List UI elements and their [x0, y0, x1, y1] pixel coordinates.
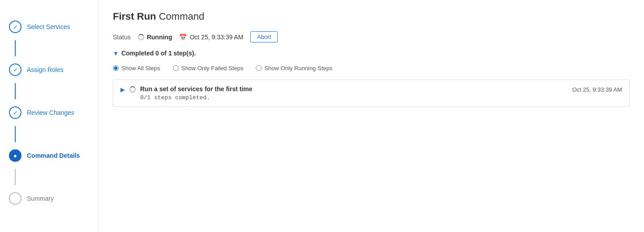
step-icon-command-details: ● — [9, 149, 21, 162]
checkmark-icon: ✓ — [13, 24, 18, 30]
filter-running-steps[interactable]: Show Only Running Steps — [256, 65, 332, 72]
step-progress: 0/1 steps completed. — [140, 94, 568, 101]
sidebar-item-label: Command Details — [27, 152, 80, 159]
filter-running-label: Show Only Running Steps — [264, 65, 332, 72]
connector-1 — [15, 40, 16, 56]
expand-step-icon[interactable]: ▶ — [120, 86, 125, 93]
sidebar-item-label: Review Changes — [27, 109, 74, 116]
step-name: Run a set of services for the first time — [140, 85, 568, 93]
sidebar-item-label: Select Services — [27, 23, 70, 30]
filter-failed-radio[interactable] — [173, 65, 179, 71]
filter-failed-steps[interactable]: Show Only Failed Steps — [173, 65, 244, 72]
date-value: Oct 25, 9:33:39 AM — [189, 34, 243, 41]
filter-row: Show All Steps Show Only Failed Steps Sh… — [113, 65, 630, 72]
step-running-spinner-icon — [129, 86, 136, 93]
completed-row: ▼ Completed 0 of 1 step(s). — [113, 50, 630, 57]
sidebar: ✓ Select Services ✓ Assign Roles ✓ Revie… — [0, 0, 99, 232]
connector-4 — [15, 169, 16, 185]
page-title-prefix: First Run — [113, 11, 156, 22]
steps-table: ▶ Run a set of services for the first ti… — [113, 80, 630, 107]
filter-all-radio[interactable] — [113, 65, 119, 71]
connector-3 — [15, 126, 16, 142]
abort-button[interactable]: Abort — [250, 31, 278, 42]
status-value: Running — [147, 34, 172, 41]
connector-2 — [15, 83, 16, 99]
step-icon-summary — [9, 192, 21, 205]
running-spinner-icon — [138, 34, 144, 40]
sidebar-item-review-changes[interactable]: ✓ Review Changes — [0, 99, 98, 126]
filter-failed-label: Show Only Failed Steps — [181, 65, 244, 72]
status-label: Status — [113, 34, 131, 41]
completed-text: Completed 0 of 1 step(s). — [121, 50, 196, 57]
status-running: Running — [138, 34, 172, 41]
sidebar-item-command-details[interactable]: ● Command Details — [0, 142, 98, 169]
active-dot-icon: ● — [13, 152, 17, 159]
filter-all-label: Show All Steps — [121, 65, 160, 72]
table-row: ▶ Run a set of services for the first ti… — [113, 80, 629, 106]
chevron-down-icon[interactable]: ▼ — [113, 50, 119, 57]
main-content: First Run Command Status Running 📅 Oct 2… — [99, 0, 644, 232]
checkmark-icon: ✓ — [13, 67, 18, 73]
filter-running-radio[interactable] — [256, 65, 262, 71]
calendar-icon: 📅 — [179, 34, 187, 41]
step-icon-select-services: ✓ — [9, 21, 21, 33]
page-title: First Run Command — [113, 11, 630, 22]
step-info: Run a set of services for the first time… — [140, 85, 568, 101]
sidebar-item-summary[interactable]: Summary — [0, 185, 98, 212]
sidebar-item-label: Summary — [27, 195, 54, 202]
sidebar-item-assign-roles[interactable]: ✓ Assign Roles — [0, 56, 98, 83]
step-icon-review-changes: ✓ — [9, 106, 21, 119]
step-timestamp: Oct 25, 9:33:39 AM — [572, 86, 622, 93]
sidebar-item-select-services[interactable]: ✓ Select Services — [0, 13, 98, 40]
checkmark-icon: ✓ — [13, 110, 18, 116]
sidebar-item-label: Assign Roles — [27, 66, 64, 73]
page-title-suffix: Command — [159, 11, 204, 22]
date-row: 📅 Oct 25, 9:33:39 AM — [179, 34, 243, 41]
status-row: Status Running 📅 Oct 25, 9:33:39 AM Abor… — [113, 31, 630, 42]
step-icon-assign-roles: ✓ — [9, 63, 21, 76]
filter-all-steps[interactable]: Show All Steps — [113, 65, 160, 72]
